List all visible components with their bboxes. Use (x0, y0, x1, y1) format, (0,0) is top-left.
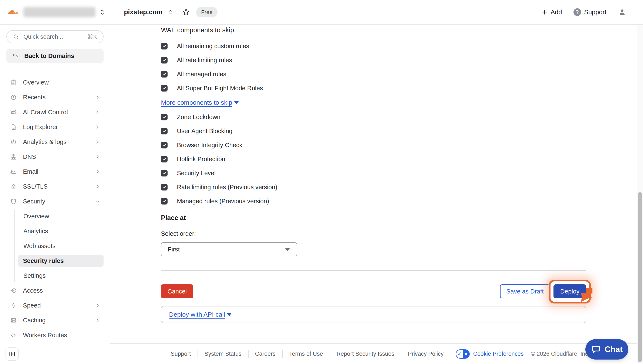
support-button[interactable]: ? Support (573, 8, 606, 16)
save-as-draft-button[interactable]: Save as Draft (500, 284, 550, 298)
checkbox-checked[interactable] (161, 43, 167, 50)
sidebar-item-ai-crawl-control[interactable]: AI Crawl Control (0, 105, 110, 120)
account-switcher-chevrons-icon[interactable] (99, 8, 105, 16)
sidebar-subitem-label: Settings (0, 272, 46, 279)
top-header: pixstep.com Free Add ? Support (0, 0, 643, 25)
cookie-preferences-link[interactable]: Cookie Preferences (470, 350, 527, 357)
footer-link-system-status[interactable]: System Status (198, 350, 248, 357)
checkbox-label: All remaining custom rules (177, 43, 249, 50)
sidebar-subitem-settings[interactable]: Settings (0, 268, 110, 283)
cancel-button[interactable]: Cancel (161, 284, 193, 298)
sidebar-item-security[interactable]: Security (0, 194, 110, 209)
footer-link-careers[interactable]: Careers (249, 350, 282, 357)
copyright-text: © 2026 Cloudflare, Inc. (527, 350, 590, 357)
sidebar-item-label: Access (23, 287, 43, 294)
user-avatar-icon[interactable] (618, 8, 626, 16)
favorite-star-icon[interactable] (182, 8, 190, 16)
scrollbar-thumb[interactable] (638, 192, 642, 362)
sidebar-subitem-label: Web assets (0, 242, 56, 250)
sidebar-item-ssl-tls[interactable]: SSL/TLS (0, 179, 110, 194)
sidebar-subitem-web-assets[interactable]: Web assets (0, 238, 110, 253)
caret-down-icon (234, 101, 239, 104)
search-input[interactable] (23, 33, 83, 40)
sidebar-item-caching[interactable]: Caching (0, 313, 110, 328)
sidebar-item-access[interactable]: Access (0, 283, 110, 298)
pie-chart-icon (10, 138, 17, 146)
shield-icon (10, 198, 17, 205)
sidebar-item-email[interactable]: Email (0, 164, 110, 179)
cloudflare-logo-icon (6, 8, 20, 16)
chevron-right-icon (95, 94, 101, 100)
collapse-sidebar-button[interactable] (6, 348, 19, 360)
checkbox-checked[interactable] (161, 128, 167, 134)
deploy-api-link[interactable]: Deploy with API call (169, 311, 225, 318)
sidebar-subitem-label: Security rules (0, 258, 64, 264)
checkbox-checked[interactable] (161, 198, 167, 204)
checkbox-label: Hotlink Protection (177, 156, 225, 163)
sidebar-item-label: Speed (23, 302, 41, 309)
order-select[interactable]: First (161, 242, 297, 256)
support-button-label: Support (584, 8, 606, 16)
sidebar-item-label: SSL/TLS (23, 183, 48, 190)
sidebar-item-label: Overview (23, 79, 49, 86)
help-icon: ? (573, 8, 581, 16)
back-to-domains-button[interactable]: Back to Domains (6, 49, 104, 63)
checkbox-checked[interactable] (161, 85, 167, 92)
chevron-down-icon (95, 198, 101, 204)
footer-link-report-security[interactable]: Report Security Issues (330, 350, 401, 357)
waf-component-row: All rate limiting rules (161, 53, 586, 67)
sidebar-item-workers-routes[interactable]: Workers Routes (0, 328, 110, 342)
footer-link-privacy[interactable]: Privacy Policy (401, 350, 450, 357)
more-component-row: Security Level (161, 166, 586, 180)
sidebar-subitem-security-rules[interactable]: Security rules (0, 253, 110, 268)
checkbox-label: Managed rules (Previous version) (177, 198, 269, 205)
sidebar: ⌘K Back to Domains Overview Recents AI C… (0, 25, 110, 364)
checkbox-checked[interactable] (161, 184, 167, 190)
checkbox-label: User Agent Blocking (177, 128, 233, 135)
quick-search[interactable]: ⌘K (6, 30, 104, 43)
sidebar-item-label: Workers Routes (23, 332, 67, 339)
add-button[interactable]: Add (541, 8, 562, 16)
chevron-right-icon (95, 139, 101, 145)
checkbox-label: Browser Integrity Check (177, 142, 242, 149)
sidebar-item-overview[interactable]: Overview (0, 75, 110, 90)
login-arrow-icon (10, 287, 17, 294)
deploy-button[interactable]: Deploy (553, 284, 586, 298)
cookie-consent-icon[interactable]: ✓ ✕ (456, 349, 470, 359)
chevron-right-icon (95, 168, 101, 174)
checkbox-checked[interactable] (161, 114, 167, 120)
sidebar-item-log-explorer[interactable]: Log Explorer (0, 120, 110, 134)
checkbox-checked[interactable] (161, 57, 167, 64)
sidebar-item-dns[interactable]: DNS (0, 149, 110, 164)
sidebar-item-analytics-logs[interactable]: Analytics & logs (0, 134, 110, 149)
sidebar-item-speed[interactable]: Speed (0, 298, 110, 313)
sidebar-subitem-analytics[interactable]: Analytics (0, 224, 110, 238)
account-selector[interactable] (0, 0, 110, 24)
cookie-x-glyph: ✕ (463, 350, 469, 358)
checkbox-checked[interactable] (161, 170, 167, 176)
chat-button[interactable]: Chat (585, 339, 628, 360)
sidebar-item-label: Security (23, 198, 45, 205)
sidebar-nav: Overview Recents AI Crawl Control Log Ex… (0, 75, 110, 342)
checkbox-label: Zone Lockdown (177, 114, 221, 121)
code-brackets-icon (10, 332, 17, 339)
select-order-label: Select order: (161, 230, 586, 237)
domain-name: pixstep.com (124, 8, 162, 16)
sidebar-subitem-label: Overview (0, 213, 49, 220)
history-clock-icon (10, 94, 17, 101)
checkbox-label: All managed rules (177, 71, 226, 78)
sidebar-item-label: Email (23, 168, 39, 175)
sidebar-subitem-overview[interactable]: Overview (0, 209, 110, 224)
footer-link-support[interactable]: Support (164, 350, 197, 357)
more-components-link[interactable]: More components to skip (161, 99, 232, 106)
domain-switcher-chevrons-icon[interactable] (168, 9, 173, 16)
checkbox-checked[interactable] (161, 142, 167, 148)
clipboard-icon (10, 79, 17, 86)
checkbox-checked[interactable] (161, 156, 167, 162)
search-shortcut: ⌘K (87, 33, 97, 40)
chevron-right-icon (95, 302, 101, 308)
sidebar-item-recents[interactable]: Recents (0, 90, 110, 105)
footer-link-terms[interactable]: Terms of Use (283, 350, 330, 357)
checkbox-checked[interactable] (161, 71, 167, 78)
deploy-rule-form: WAF components to skip All remaining cus… (161, 25, 586, 323)
